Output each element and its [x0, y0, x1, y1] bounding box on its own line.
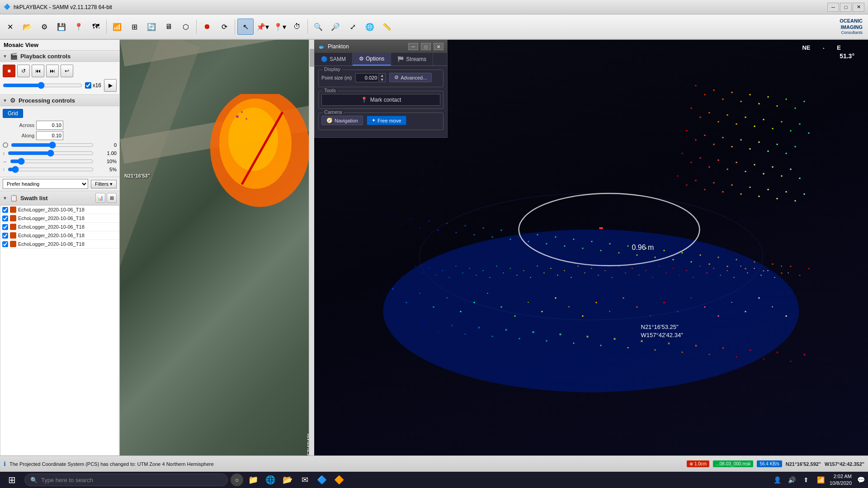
svg-rect-99 — [465, 333, 466, 335]
notifications-button[interactable]: 💬 — [855, 474, 866, 485]
sys-wifi[interactable]: 📶 — [815, 474, 826, 485]
stop-button[interactable]: ■ — [3, 65, 15, 77]
plankton-minimize[interactable]: ─ — [408, 43, 418, 50]
taskbar-app2[interactable]: 🔶 — [332, 473, 346, 487]
close-button[interactable]: ✕ — [853, 3, 864, 12]
zoom-in-button[interactable]: 🔍 — [310, 19, 326, 35]
svg-rect-228 — [627, 245, 629, 247]
free-move-button[interactable]: ✦ Free move — [367, 116, 406, 125]
swath-list-header[interactable]: ▼ 📋 Swath list 📊 ⊞ — [0, 191, 119, 205]
taskbar-app1[interactable]: 🔷 — [315, 473, 329, 487]
slider-4[interactable] — [8, 166, 94, 173]
swath-check-4[interactable] — [2, 233, 8, 239]
mark-contact-button[interactable]: 📍 Mark contact — [321, 94, 440, 106]
close-tool-button[interactable]: ✕ — [2, 19, 18, 35]
filter-tool-button[interactable]: ⟳ — [216, 19, 232, 35]
refresh-tool-button[interactable]: 🔄 — [143, 19, 160, 35]
options-icon: ⚙ — [359, 56, 364, 62]
minimize-button[interactable]: ─ — [827, 3, 839, 12]
maximize-button[interactable]: □ — [840, 3, 852, 12]
timer-tool-button[interactable]: ⏱ — [289, 19, 305, 35]
processing-controls-header[interactable]: ▼ ⚙ Processing controls — [0, 95, 119, 106]
step-forward-button[interactable]: ⏭ — [46, 65, 59, 77]
coord-label-n: N21°16'53" — [124, 173, 150, 178]
taskbar-files[interactable]: 📁 — [246, 473, 260, 487]
svg-rect-85 — [734, 277, 735, 278]
wifi-tool-button[interactable]: 📶 — [109, 19, 125, 35]
swath-check-2[interactable] — [2, 216, 8, 221]
navigation-button[interactable]: 🧭 Navigation — [321, 116, 363, 125]
3d-view-area[interactable]: 0.96 m N21°16'53.25" W157°42'42.34" — [314, 40, 868, 472]
map-scrollbar[interactable] — [309, 40, 314, 472]
taskbar-cortana[interactable]: ○ — [231, 474, 243, 486]
swath-item[interactable]: EchoLogger_2020-10-06_T18 — [0, 231, 119, 240]
swath-check-5[interactable] — [2, 241, 8, 247]
swath-item[interactable]: EchoLogger_2020-10-06_T18 — [0, 240, 119, 249]
grid-button[interactable]: Grid — [3, 109, 23, 118]
logo-text: OCEANIC IMAGING Consultants — [840, 18, 863, 36]
zoom-fit-button[interactable]: ⤢ — [344, 19, 361, 35]
reverse-button[interactable]: ↩ — [61, 65, 73, 77]
slider-icon-3: ↔ — [3, 159, 7, 164]
swath-item[interactable]: EchoLogger_2020-10-06_T18 — [0, 214, 119, 223]
taskbar-mail[interactable]: ✉ — [297, 473, 312, 487]
taskbar-explorer[interactable]: 📂 — [280, 473, 295, 487]
globe-button[interactable]: 🌐 — [362, 19, 378, 35]
search-bar[interactable]: 🔍 Type here to search — [24, 474, 228, 486]
sys-battery[interactable]: ⬆ — [801, 474, 811, 485]
across-input[interactable] — [36, 121, 63, 130]
record-tool-button[interactable]: ⏺ — [199, 19, 215, 35]
layers-tool-button[interactable]: ⬡ — [178, 19, 194, 35]
svg-rect-106 — [560, 333, 561, 335]
tab-samm[interactable]: 🔵 SAMM — [315, 53, 353, 66]
svg-point-6 — [245, 118, 247, 120]
tab-streams[interactable]: 🏁 Streams — [391, 53, 433, 66]
rewind-button[interactable]: ↺ — [17, 65, 30, 77]
cursor-tool-button[interactable]: ↖ — [237, 19, 254, 35]
spinbox-up[interactable]: ▲ — [379, 74, 385, 78]
slider-2[interactable] — [8, 150, 94, 157]
slider-3[interactable] — [10, 158, 94, 165]
svg-point-7 — [383, 230, 799, 392]
screen-tool-button[interactable]: 🖥 — [160, 19, 177, 35]
settings-tool-button[interactable]: ⚙ — [36, 19, 52, 35]
svg-rect-96 — [424, 322, 426, 324]
free-move-label: Free move — [377, 118, 401, 123]
advanced-button[interactable]: ⚙ Advanced... — [389, 73, 432, 82]
open-tool-button[interactable]: 📂 — [19, 19, 35, 35]
swath-check-3[interactable] — [2, 224, 8, 230]
ruler-button[interactable]: 📏 — [379, 19, 395, 35]
speed-checkbox[interactable] — [85, 82, 91, 89]
swath-check-1[interactable] — [2, 207, 8, 213]
swath-chart-button[interactable]: 📊 — [95, 193, 105, 203]
slider-1[interactable] — [11, 141, 94, 149]
svg-rect-118 — [722, 347, 724, 349]
swath-item[interactable]: EchoLogger_2020-10-06_T18 — [0, 223, 119, 231]
zoom-out-button[interactable]: 🔎 — [327, 19, 344, 35]
map-tool-button[interactable]: 🗺 — [88, 19, 104, 35]
taskbar-edge[interactable]: 🌐 — [263, 473, 278, 487]
spinbox-down[interactable]: ▼ — [379, 78, 385, 82]
swath-grid-button[interactable]: ⊞ — [107, 193, 117, 203]
map-area[interactable]: N21°16'53" W157°42'42" — [120, 40, 314, 472]
prefer-heading-select[interactable]: Prefer heading Any heading Fixed heading — [3, 179, 88, 189]
filters-button[interactable]: Filters ▾ — [91, 180, 117, 188]
bookmark-tool-button[interactable]: 📍 — [71, 19, 87, 35]
play-button[interactable]: ▶ — [104, 79, 117, 92]
tab-options[interactable]: ⚙ Options — [353, 53, 391, 66]
split-tool-button[interactable]: ⊞ — [126, 19, 142, 35]
swath-item[interactable]: EchoLogger_2020-10-06_T18 — [0, 206, 119, 214]
plankton-maximize[interactable]: □ — [421, 43, 431, 50]
along-input[interactable] — [36, 131, 63, 140]
sys-network[interactable]: 👤 — [772, 474, 783, 485]
dropdown-tool-button[interactable]: 📌▾ — [255, 19, 271, 35]
start-button[interactable]: ⊞ — [2, 473, 22, 487]
marker-tool-button[interactable]: 📍▾ — [272, 19, 288, 35]
sys-sound[interactable]: 🔊 — [786, 474, 797, 485]
playback-controls-header[interactable]: ▼ 🎬 Playback controls — [0, 51, 119, 62]
plankton-close[interactable]: ✕ — [434, 43, 443, 50]
point-size-input[interactable] — [356, 74, 378, 82]
save-tool-button[interactable]: 💾 — [53, 19, 70, 35]
speed-slider[interactable] — [3, 82, 82, 89]
step-back-button[interactable]: ⏮ — [32, 65, 44, 77]
